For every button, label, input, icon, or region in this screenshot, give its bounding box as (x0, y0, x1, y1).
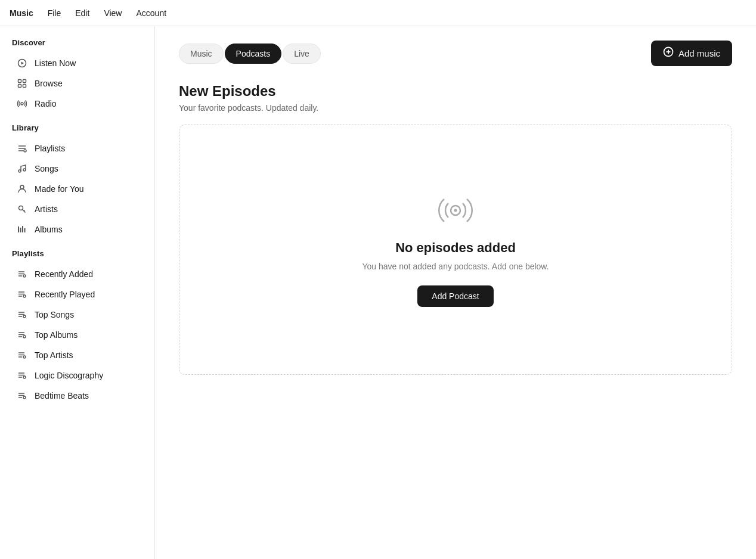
menu-music[interactable]: Music (10, 8, 33, 18)
sidebar-item-recently-played[interactable]: Recently Played (5, 284, 150, 305)
menu-account[interactable]: Account (136, 8, 166, 18)
songs-label: Songs (35, 164, 58, 173)
main-content: Music Podcasts Live Add music New Episod… (155, 26, 756, 559)
playlist-icon-4 (17, 330, 27, 340)
svg-rect-16 (20, 228, 21, 232)
svg-rect-15 (18, 226, 19, 232)
grid-icon (17, 78, 27, 89)
logic-discography-label: Logic Discography (35, 371, 103, 380)
sidebar-item-made-for-you[interactable]: Made for You (5, 179, 150, 199)
tab-music[interactable]: Music (179, 44, 224, 64)
menu-edit[interactable]: Edit (75, 8, 89, 18)
discover-heading: Discover (0, 38, 154, 53)
playlist-icon-5 (17, 350, 27, 361)
sidebar-item-top-artists[interactable]: Top Artists (5, 345, 150, 365)
key-icon (17, 204, 27, 215)
top-artists-label: Top Artists (35, 350, 73, 360)
sidebar-item-playlists[interactable]: Playlists (5, 138, 150, 159)
empty-title: No episodes added (395, 240, 516, 256)
sidebar-item-top-albums[interactable]: Top Albums (5, 325, 150, 345)
recently-played-label: Recently Played (35, 290, 95, 299)
svg-point-34 (23, 336, 26, 338)
playlists-section-heading: Playlists (0, 249, 154, 264)
sidebar-item-songs[interactable]: Songs (5, 159, 150, 179)
sidebar: Discover Listen Now (0, 26, 155, 559)
svg-rect-3 (23, 80, 26, 83)
plus-circle-icon (663, 46, 674, 60)
bars-icon (17, 224, 27, 235)
bedtime-beats-label: Bedtime Beats (35, 391, 89, 400)
sidebar-item-browse[interactable]: Browse (5, 73, 150, 94)
music-note-icon (17, 163, 27, 174)
svg-point-51 (454, 209, 457, 212)
svg-point-13 (20, 185, 24, 189)
svg-point-30 (23, 315, 26, 318)
svg-rect-2 (18, 80, 21, 83)
svg-point-26 (23, 295, 26, 297)
svg-point-22 (23, 275, 26, 277)
svg-point-42 (23, 376, 26, 378)
artists-label: Artists (35, 204, 58, 214)
sidebar-item-logic-discography[interactable]: Logic Discography (5, 365, 150, 386)
app-layout: Discover Listen Now (0, 26, 756, 559)
svg-rect-4 (18, 85, 21, 88)
svg-point-12 (23, 169, 26, 171)
albums-label: Albums (35, 225, 63, 234)
list-icon (17, 143, 27, 154)
playlist-icon-2 (17, 289, 27, 300)
svg-point-38 (23, 356, 26, 358)
empty-subtitle: You have not added any podcasts. Add one… (362, 262, 549, 271)
library-heading: Library (0, 123, 154, 138)
radio-icon (17, 98, 27, 109)
sidebar-item-bedtime-beats[interactable]: Bedtime Beats (5, 386, 150, 406)
browse-label: Browse (35, 79, 63, 88)
add-podcast-button[interactable]: Add Podcast (417, 285, 493, 307)
playlist-icon-3 (17, 309, 27, 320)
section-title: New Episodes (179, 83, 732, 100)
menubar: Music File Edit View Account (0, 0, 756, 26)
svg-point-46 (23, 396, 26, 399)
top-albums-label: Top Albums (35, 330, 78, 340)
menu-view[interactable]: View (104, 8, 122, 18)
svg-marker-1 (21, 62, 24, 65)
made-for-you-label: Made for You (35, 184, 84, 194)
person-icon (17, 184, 27, 194)
sidebar-item-listen-now[interactable]: Listen Now (5, 53, 150, 73)
playlist-icon-6 (17, 370, 27, 381)
podcast-empty-icon (438, 192, 473, 228)
add-music-button[interactable]: Add music (651, 41, 732, 66)
menu-file[interactable]: File (48, 8, 61, 18)
tabs-container: Music Podcasts Live (179, 44, 321, 64)
sidebar-item-recently-added[interactable]: Recently Added (5, 264, 150, 284)
add-music-label: Add music (678, 48, 720, 58)
sidebar-item-top-songs[interactable]: Top Songs (5, 305, 150, 325)
playlists-label: Playlists (35, 144, 65, 153)
svg-point-10 (24, 150, 26, 152)
playlist-icon-1 (17, 269, 27, 280)
sidebar-item-artists[interactable]: Artists (5, 199, 150, 219)
play-circle-icon (17, 58, 27, 69)
svg-rect-17 (22, 226, 23, 232)
top-songs-label: Top Songs (35, 310, 74, 319)
svg-point-11 (18, 170, 21, 172)
svg-rect-5 (23, 85, 26, 88)
recently-added-label: Recently Added (35, 269, 93, 279)
empty-state-box: No episodes added You have not added any… (179, 125, 732, 375)
listen-now-label: Listen Now (35, 58, 76, 68)
sidebar-item-albums[interactable]: Albums (5, 219, 150, 240)
sidebar-item-radio[interactable]: Radio (5, 94, 150, 114)
tab-podcasts[interactable]: Podcasts (225, 44, 282, 64)
radio-label: Radio (35, 99, 57, 108)
svg-rect-18 (24, 228, 26, 232)
svg-point-6 (21, 103, 23, 105)
playlist-icon-7 (17, 390, 27, 401)
svg-point-14 (19, 206, 23, 210)
section-subtitle: Your favorite podcasts. Updated daily. (179, 103, 732, 113)
tab-live[interactable]: Live (283, 44, 321, 64)
tabs-row: Music Podcasts Live Add music (179, 41, 732, 66)
